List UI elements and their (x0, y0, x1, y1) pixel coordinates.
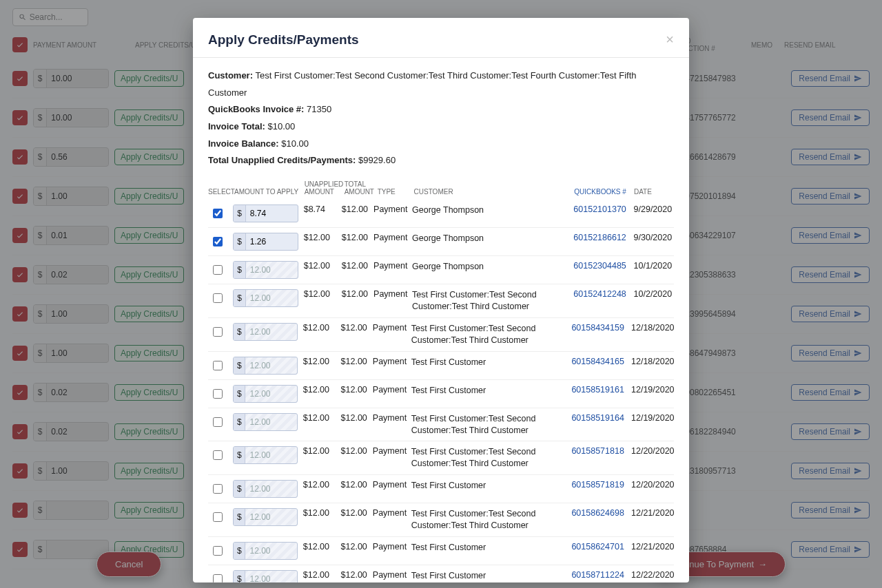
unapplied-amount: $12.00 (303, 323, 336, 333)
credit-select-checkbox[interactable] (213, 327, 223, 337)
unapplied-amount: $12.00 (304, 261, 336, 271)
unapplied-amount: $12.00 (304, 289, 336, 299)
total-amount: $12.00 (341, 385, 367, 395)
total-amount: $12.00 (341, 357, 367, 366)
credit-row: $$12.00$12.00PaymentTest First Customer6… (208, 537, 674, 565)
quickbooks-link[interactable]: 60158571819 (571, 480, 624, 490)
credit-row: $$12.00$12.00PaymentGeorge Thompson60152… (208, 256, 674, 284)
quickbooks-link[interactable]: 60158624698 (571, 508, 624, 518)
amount-to-apply-input: $ (233, 323, 298, 341)
payment-type: Payment (373, 542, 406, 552)
modal-overlay: Apply Credits/Payments × Customer: Test … (0, 0, 882, 588)
quickbooks-link[interactable]: 60152412248 (573, 289, 626, 299)
credit-select-checkbox[interactable] (213, 574, 223, 582)
quickbooks-link[interactable]: 60158519164 (571, 413, 624, 423)
credit-select-checkbox[interactable] (213, 293, 223, 303)
total-amount: $12.00 (342, 289, 368, 299)
credit-row: $$12.00$12.00PaymentTest First Customer6… (208, 352, 674, 380)
credit-row: $$12.00$12.00PaymentTest First Customer:… (208, 441, 674, 475)
payment-type: Payment (373, 570, 406, 580)
quickbooks-link[interactable]: 60158624701 (571, 542, 624, 552)
credit-row: $$12.00$12.00PaymentTest First Customer6… (208, 475, 674, 503)
payment-date: 12/21/2020 (631, 542, 674, 552)
payment-date: 12/18/2020 (631, 357, 674, 366)
unapplied-amount: $12.00 (303, 446, 336, 456)
customer-name: Test First Customer:Test Second Customer… (412, 289, 568, 313)
customer-name: Test First Customer (411, 570, 566, 582)
close-icon[interactable]: × (666, 32, 674, 48)
credit-select-checkbox[interactable] (213, 237, 223, 246)
unapplied-amount: $8.74 (304, 204, 336, 214)
payment-type: Payment (373, 508, 406, 518)
payment-type: Payment (373, 446, 406, 456)
total-amount: $12.00 (342, 233, 368, 242)
customer-name: Test First Customer:Test Second Customer… (411, 446, 566, 470)
amount-to-apply-input: $ (233, 542, 298, 560)
unapplied-amount: $12.00 (303, 570, 336, 580)
credit-row: $$12.00$12.00PaymentTest First Customer:… (208, 284, 674, 318)
unapplied-amount: $12.00 (303, 357, 336, 366)
quickbooks-link[interactable]: 60158519161 (571, 385, 624, 395)
modal-table-header: SELECT AMOUNT TO APPLY UNAPPLIED AMOUNT … (193, 174, 689, 200)
payment-date: 12/20/2020 (631, 446, 674, 456)
modal-title: Apply Credits/Payments (208, 32, 359, 48)
quickbooks-link[interactable]: 60152186612 (573, 233, 626, 242)
payment-date: 9/30/2020 (634, 233, 674, 242)
credit-select-checkbox[interactable] (213, 209, 223, 218)
credit-row: $$8.74$12.00PaymentGeorge Thompson601521… (208, 200, 674, 228)
total-amount: $12.00 (341, 446, 367, 456)
credit-select-checkbox[interactable] (213, 265, 223, 275)
payment-date: 12/20/2020 (631, 480, 674, 490)
quickbooks-link[interactable]: 60152304485 (573, 261, 626, 271)
amount-to-apply-input[interactable]: $ (233, 233, 298, 251)
customer-name: George Thompson (412, 204, 568, 216)
credit-select-checkbox[interactable] (213, 389, 223, 399)
credit-row: $$12.00$12.00PaymentTest First Customer:… (208, 408, 674, 442)
credit-row: $$12.00$12.00PaymentTest First Customer:… (208, 503, 674, 537)
quickbooks-link[interactable]: 60152101370 (573, 204, 626, 214)
credit-row: $$12.00$12.00PaymentTest First Customer:… (208, 318, 674, 352)
amount-to-apply-input: $ (233, 446, 298, 464)
customer-name: Test First Customer (411, 357, 566, 368)
amount-to-apply-input: $ (233, 413, 298, 431)
credit-row: $$12.00$12.00PaymentTest First Customer6… (208, 380, 674, 408)
apply-credits-modal: Apply Credits/Payments × Customer: Test … (193, 18, 689, 582)
unapplied-amount: $12.00 (303, 413, 336, 423)
unapplied-amount: $12.00 (303, 385, 336, 395)
total-amount: $12.00 (341, 508, 367, 518)
payment-type: Payment (373, 233, 407, 242)
credit-select-checkbox[interactable] (213, 361, 223, 370)
payment-date: 12/18/2020 (631, 323, 674, 333)
quickbooks-link[interactable]: 60158434165 (571, 357, 624, 366)
total-amount: $12.00 (341, 542, 367, 552)
credit-select-checkbox[interactable] (213, 512, 223, 522)
amount-to-apply-input: $ (233, 289, 298, 307)
customer-name: Test First Customer:Test Second Customer… (411, 413, 566, 437)
customer-name: Test First Customer (411, 542, 566, 554)
credit-row: $$12.00$12.00PaymentGeorge Thompson60152… (208, 228, 674, 256)
amount-to-apply-input: $ (233, 261, 298, 279)
payment-date: 12/22/2020 (631, 570, 674, 580)
payment-date: 12/19/2020 (631, 413, 674, 423)
credit-select-checkbox[interactable] (213, 546, 223, 556)
total-amount: $12.00 (342, 261, 368, 271)
credit-select-checkbox[interactable] (213, 417, 223, 427)
quickbooks-link[interactable]: 60158434159 (571, 323, 624, 333)
unapplied-amount: $12.00 (303, 480, 336, 490)
payment-type: Payment (373, 385, 406, 395)
amount-to-apply-input[interactable]: $ (233, 204, 298, 222)
credit-select-checkbox[interactable] (213, 484, 223, 494)
payment-type: Payment (373, 289, 407, 299)
payment-type: Payment (373, 323, 406, 333)
credit-select-checkbox[interactable] (213, 450, 223, 460)
payment-type: Payment (373, 204, 407, 214)
unapplied-amount: $12.00 (303, 508, 336, 518)
payment-date: 9/29/2020 (634, 204, 674, 214)
quickbooks-link[interactable]: 60158711224 (571, 570, 624, 580)
amount-to-apply-input: $ (233, 357, 298, 375)
total-amount: $12.00 (341, 480, 367, 490)
credit-row: $$12.00$12.00PaymentTest First Customer6… (208, 565, 674, 582)
total-amount: $12.00 (342, 204, 368, 214)
quickbooks-link[interactable]: 60158571818 (571, 446, 624, 456)
payment-type: Payment (373, 413, 406, 423)
